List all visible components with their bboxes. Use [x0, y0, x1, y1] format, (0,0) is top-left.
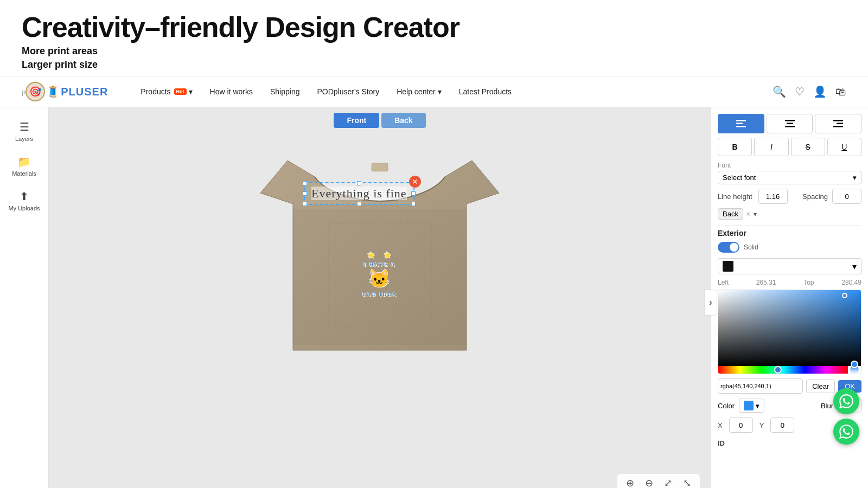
sidebar-item-materials[interactable]: 📁 Materials	[0, 151, 48, 181]
blur-label: Blur	[821, 402, 833, 410]
materials-icon: 📁	[17, 155, 31, 168]
line-height-input[interactable]	[758, 189, 788, 204]
whatsapp-fab-1[interactable]	[833, 388, 859, 414]
cart-icon[interactable]: 🛍	[835, 86, 846, 98]
left-value: 265.31	[756, 279, 776, 286]
close-x-icon[interactable]: ×	[746, 210, 750, 218]
nav-link-products[interactable]: Products Hot ▾	[141, 87, 192, 96]
svg-rect-8	[833, 120, 843, 121]
underline-button[interactable]: U	[827, 138, 861, 156]
color-swatch	[723, 261, 733, 272]
top-value: 280.49	[841, 279, 861, 286]
chevron-down-icon: ▾	[853, 174, 857, 182]
svg-rect-7	[785, 126, 795, 127]
zoom-in-button[interactable]: ⊕	[623, 476, 637, 488]
text-selection-box[interactable]: Everything is fine ✕	[304, 182, 414, 205]
hero-sub1: More print areas	[22, 46, 846, 57]
align-right-button[interactable]	[815, 114, 861, 133]
handle-tl[interactable]	[303, 181, 307, 185]
handle-br[interactable]	[411, 202, 416, 206]
sidebar-item-uploads[interactable]: ⬆ My Uploads	[0, 185, 48, 216]
clear-button[interactable]: Clear	[806, 380, 835, 393]
search-icon[interactable]: 🔍	[773, 85, 786, 98]
bold-button[interactable]: B	[718, 138, 752, 156]
x-input[interactable]	[729, 418, 753, 433]
divider-1	[718, 225, 861, 226]
toggle-knob	[730, 243, 738, 252]
whatsapp-fab-2[interactable]	[833, 419, 859, 445]
nav-links: Products Hot ▾ How it works Shipping POD…	[141, 87, 773, 96]
nav-link-how-it-works[interactable]: How it works	[210, 87, 253, 96]
handle-tm[interactable]	[357, 181, 361, 185]
view-tabs: Front Back	[334, 113, 425, 128]
tab-front[interactable]: Front	[334, 113, 379, 128]
left-label: Left	[718, 279, 729, 286]
line-height-label: Line height	[718, 192, 754, 201]
nav-link-podplusers-story[interactable]: PODpluser's Story	[317, 87, 379, 96]
format-row: B I S U	[718, 138, 861, 156]
expand-toggle[interactable]: ›	[704, 290, 717, 316]
toggle-row: Solid	[718, 242, 861, 253]
svg-rect-9	[837, 123, 843, 125]
editable-text[interactable]: Everything is fine	[311, 187, 407, 200]
handle-lm[interactable]	[303, 191, 307, 196]
account-icon[interactable]: 👤	[813, 85, 827, 98]
align-center-button[interactable]	[767, 114, 813, 133]
font-dropdown[interactable]: Select font ▾	[718, 171, 861, 184]
nav-link-shipping[interactable]: Shipping	[270, 87, 300, 96]
spacing-input[interactable]	[832, 189, 861, 204]
alpha-thumb[interactable]	[851, 361, 858, 368]
close-text-button[interactable]: ✕	[409, 176, 421, 188]
chevron-down-icon: ▾	[756, 402, 760, 410]
handle-rm[interactable]	[411, 191, 416, 196]
hero-section: Creativity–friendly Design Creator More …	[0, 0, 868, 76]
line-height-row: Line height Spacing	[718, 189, 861, 204]
main-layout: ☰ Layers 📁 Materials ⬆ My Uploads Front …	[0, 107, 868, 488]
color-picker-popup	[718, 290, 861, 374]
wishlist-icon[interactable]: ♡	[795, 85, 805, 98]
chevron-down-icon: ▾	[438, 87, 442, 96]
color-gradient[interactable]	[718, 290, 861, 366]
exterior-title: Exterior	[718, 229, 861, 237]
sidebar-item-layers[interactable]: ☰ Layers	[0, 116, 48, 146]
color-picker-handle[interactable]	[842, 293, 847, 298]
y-label: Y	[760, 421, 764, 429]
logo[interactable]: p 🎯 🧵 PLUSER	[22, 82, 108, 101]
svg-rect-5	[785, 120, 795, 121]
position-row: Left 265.31 Top 280.49	[718, 279, 861, 286]
color-dropdown[interactable]: ▾	[718, 258, 861, 274]
logo-icon: 🎯	[25, 82, 45, 101]
handle-bl[interactable]	[303, 202, 307, 206]
hue-slider[interactable]	[718, 366, 848, 374]
tshirt-canvas: ⭐ ⭐ I HAVE A 🐱 BAD IDEA Everything is fi…	[244, 133, 515, 383]
svg-rect-4	[736, 126, 746, 127]
nav-link-latest-products[interactable]: Latest Products	[459, 87, 512, 96]
align-left-button[interactable]	[718, 114, 764, 133]
italic-button[interactable]: I	[754, 138, 788, 156]
expand-button[interactable]: ⤡	[680, 476, 694, 488]
logo-brand-text: PLUSER	[61, 86, 108, 98]
chevron-down-icon[interactable]: ▾	[754, 210, 757, 218]
y-input[interactable]	[770, 418, 794, 433]
tshirt-container: ⭐ ⭐ I HAVE A 🐱 BAD IDEA Everything is fi…	[244, 133, 515, 383]
rgba-input[interactable]	[718, 378, 803, 394]
hot-badge: Hot	[174, 88, 187, 95]
tab-back[interactable]: Back	[381, 113, 425, 128]
color-selector[interactable]: ▾	[739, 399, 764, 413]
selected-color-box	[744, 401, 754, 410]
hero-sub2: Larger print size	[22, 59, 846, 70]
nav-link-help-center[interactable]: Help center ▾	[397, 87, 442, 96]
fit-button[interactable]: ⤢	[661, 476, 675, 488]
svg-rect-0	[372, 163, 388, 171]
solid-toggle[interactable]	[718, 242, 739, 253]
handle-bm[interactable]	[357, 202, 361, 206]
zoom-out-button[interactable]: ⊖	[642, 476, 656, 488]
navbar: p 🎯 🧵 PLUSER Products Hot ▾ How it works…	[0, 76, 868, 107]
svg-rect-10	[833, 126, 843, 127]
strikethrough-button[interactable]: S	[791, 138, 825, 156]
canvas-zoom-bar: ⊕ ⊖ ⤢ ⤡	[617, 474, 700, 488]
color-label: Color	[718, 402, 735, 410]
hue-thumb[interactable]	[774, 366, 782, 374]
svg-rect-2	[736, 120, 746, 121]
spacing-label: Spacing	[792, 192, 828, 201]
